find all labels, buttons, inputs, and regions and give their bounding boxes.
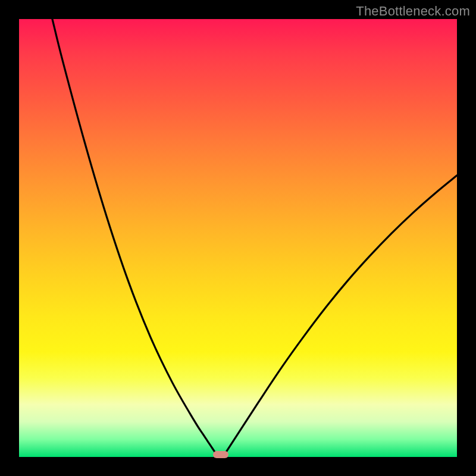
curve-svg [19, 19, 457, 457]
left-curve-path [52, 19, 215, 453]
chart-frame: TheBottleneck.com [0, 0, 476, 476]
right-curve-path [226, 176, 457, 453]
watermark-text: TheBottleneck.com [356, 4, 470, 19]
plot-area [19, 19, 457, 457]
